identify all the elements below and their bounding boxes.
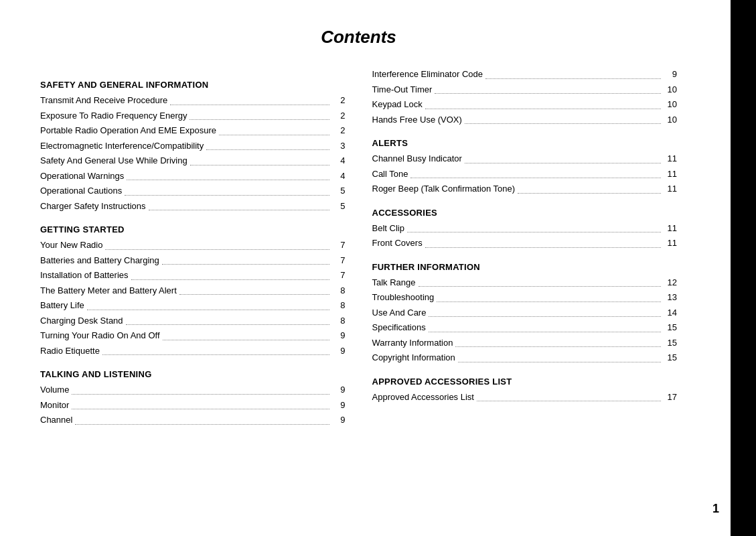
toc-page: 10 [664, 83, 677, 96]
toc-page: 5 [332, 184, 346, 198]
toc-page: 15 [664, 351, 677, 364]
toc-page: 7 [332, 239, 346, 252]
toc-label: Channel Busy Indicator [372, 152, 462, 165]
right-column: Interference Eliminator Code9Time-Out Ti… [372, 68, 678, 429]
toc-dots [206, 149, 329, 150]
toc-dots [179, 294, 329, 295]
toc-item: Channel Busy Indicator11 [372, 152, 678, 165]
toc-dots [163, 340, 329, 340]
toc-page: 9 [332, 383, 346, 397]
toc-page: 7 [332, 254, 346, 267]
toc-item: Use And Care14 [372, 306, 678, 320]
toc-label: Radio Etiquette [40, 344, 100, 358]
toc-page: 10 [664, 98, 677, 111]
toc-label: Safety And General Use While Driving [40, 154, 187, 168]
toc-page: 11 [664, 222, 677, 235]
toc-item: Specifications15 [372, 321, 678, 334]
toc-item: Exposure To Radio Frequency Energy2 [40, 109, 346, 123]
toc-item: Roger Beep (Talk Confirmation Tone)11 [372, 182, 678, 196]
toc-page: 9 [664, 68, 677, 81]
toc-label: Operational Warnings [40, 170, 124, 183]
toc-label: Roger Beep (Talk Confirmation Tone) [372, 182, 516, 196]
toc-label: Hands Free Use (VOX) [372, 113, 462, 127]
toc-label: Batteries and Battery Charging [40, 254, 159, 267]
toc-item: Approved Accessories List17 [372, 391, 678, 404]
toc-dots [170, 105, 329, 105]
toc-page: 4 [332, 170, 346, 183]
toc-page: 9 [332, 329, 346, 342]
toc-label: Channel [40, 413, 72, 427]
toc-label: Turning Your Radio On And Off [40, 329, 160, 342]
toc-dots [465, 123, 661, 124]
section-header: APPROVED ACCESSORIES LIST [372, 377, 678, 387]
toc-item: Operational Warnings4 [40, 170, 346, 183]
toc-item: Battery Life8 [40, 299, 346, 312]
section-header: GETTING STARTED [40, 224, 346, 234]
toc-item: Electromagnetic Interference/Compatibili… [40, 139, 346, 153]
section-header: ACCESSORIES [372, 208, 678, 218]
toc-item: Call Tone11 [372, 168, 678, 181]
toc-page: 9 [332, 344, 346, 358]
toc-dots [477, 401, 661, 401]
toc-label: Time-Out Timer [372, 83, 433, 96]
toc-page: 2 [332, 109, 346, 123]
toc-page: 8 [332, 299, 346, 312]
page-content: Contents SAFETY AND GENERAL INFORMATIONT… [0, 0, 731, 456]
toc-dots [410, 178, 661, 178]
toc-label: Charger Safety Instructions [40, 200, 146, 213]
toc-dots [162, 264, 329, 265]
toc-dots [425, 109, 661, 109]
toc-item: Talk Range12 [372, 276, 678, 289]
toc-page: 11 [664, 152, 677, 165]
toc-dots [190, 119, 329, 120]
toc-label: Electromagnetic Interference/Compatibili… [40, 139, 204, 153]
toc-label: Approved Accessories List [372, 391, 474, 404]
toc-dots [419, 286, 661, 287]
toc-item: Troubleshooting13 [372, 291, 678, 304]
section-header: SAFETY AND GENERAL INFORMATION [40, 80, 346, 90]
toc-dots [72, 409, 329, 409]
toc-item: Operational Cautions5 [40, 184, 346, 198]
toc-label: Your New Radio [40, 239, 102, 252]
toc-dots [125, 195, 329, 196]
toc-item: Charging Desk Stand8 [40, 314, 346, 328]
toc-dots [102, 354, 329, 355]
toc-dots [435, 93, 661, 94]
toc-item: Portable Radio Operation And EME Exposur… [40, 124, 346, 137]
toc-label: Use And Care [372, 306, 427, 320]
toc-dots [485, 78, 661, 79]
toc-item: Batteries and Battery Charging7 [40, 254, 346, 267]
toc-page: 9 [332, 399, 346, 412]
toc-page: 14 [664, 306, 677, 320]
toc-item: Keypad Lock10 [372, 98, 678, 111]
toc-item: Volume9 [40, 383, 346, 397]
toc-dots [437, 302, 661, 302]
toc-label: Interference Eliminator Code [372, 68, 483, 81]
toc-item: Safety And General Use While Driving4 [40, 154, 346, 168]
toc-dots [75, 424, 329, 425]
toc-item: Turning Your Radio On And Off9 [40, 329, 346, 342]
toc-page: 2 [332, 124, 346, 137]
toc-label: Keypad Lock [372, 98, 423, 111]
toc-label: Troubleshooting [372, 291, 435, 304]
toc-label: Operational Cautions [40, 184, 122, 198]
toc-page: 8 [332, 284, 346, 297]
toc-label: Front Covers [372, 237, 423, 250]
toc-item: Your New Radio7 [40, 239, 346, 252]
toc-label: Copyright Information [372, 351, 455, 364]
toc-page: 11 [664, 168, 677, 181]
toc-label: Charging Desk Stand [40, 314, 123, 328]
toc-item: Charger Safety Instructions5 [40, 200, 346, 213]
toc-label: Volume [40, 383, 69, 397]
toc-label: Belt Clip [372, 222, 404, 235]
toc-label: Installation of Batteries [40, 269, 129, 282]
toc-page: 9 [332, 413, 346, 427]
page-number: 1 [712, 502, 719, 516]
toc-dots [190, 165, 329, 165]
toc-dots [149, 210, 329, 210]
toc-item: Time-Out Timer10 [372, 83, 678, 96]
toc-page: 8 [332, 314, 346, 328]
toc-dots [219, 135, 329, 135]
toc-item: Front Covers11 [372, 237, 678, 250]
toc-dots [429, 316, 661, 317]
